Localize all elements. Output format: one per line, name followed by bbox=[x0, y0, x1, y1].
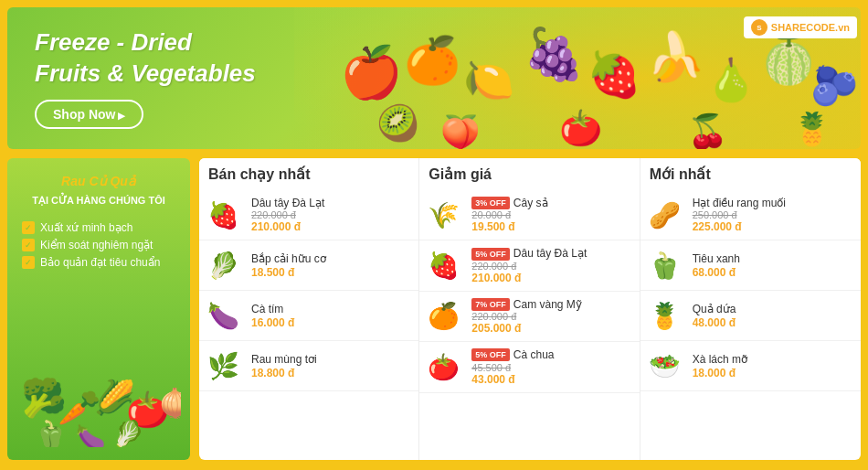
svg-text:🧅: 🧅 bbox=[158, 387, 181, 420]
product-name: Hạt điều rang muối bbox=[693, 197, 857, 209]
product-new-price: 210.000 đ bbox=[471, 272, 635, 284]
discount-badge: 3% OFF bbox=[471, 197, 510, 209]
product-image: 🌿 bbox=[203, 347, 244, 384]
product-image: 🍓 bbox=[203, 197, 244, 233]
product-new-price: 18.500 đ bbox=[251, 266, 415, 279]
product-item[interactable]: 🍆 Cà tím 16.000 đ bbox=[199, 291, 418, 341]
svg-text:🍎: 🍎 bbox=[340, 43, 403, 102]
svg-text:🫑: 🫑 bbox=[35, 419, 67, 447]
product-name: Cà tím bbox=[251, 303, 415, 315]
product-new-price: 48.000 đ bbox=[693, 316, 857, 329]
sidebar-feature-1: ✓ Xuất xứ minh bạch bbox=[22, 221, 175, 234]
check-icon-2: ✓ bbox=[22, 239, 35, 251]
svg-text:🍈: 🍈 bbox=[760, 33, 818, 88]
product-new-price: 68.000 đ bbox=[693, 266, 857, 279]
product-item[interactable]: 🍊 7% OFF Cam vàng Mỹ 220.000 đ 205.000 đ bbox=[419, 292, 639, 342]
product-image: 🍊 bbox=[423, 298, 464, 335]
check-icon-3: ✓ bbox=[22, 256, 35, 269]
product-image: 🫑 bbox=[644, 247, 685, 283]
svg-text:🍍: 🍍 bbox=[792, 110, 832, 148]
product-info: 5% OFF Cà chua 45.500 đ 43.000 đ bbox=[471, 348, 635, 385]
product-name: Tiêu xanh bbox=[693, 252, 857, 265]
svg-text:🍊: 🍊 bbox=[404, 33, 461, 88]
logo-text: SHARECODE.vn bbox=[771, 22, 850, 33]
sidebar-title: Rau Củ Quả TẠI CỬA HÀNG CHÚNG TÔI bbox=[23, 158, 175, 216]
product-image: 🍍 bbox=[644, 297, 685, 334]
col-header-sale: Giảm giá bbox=[419, 158, 639, 190]
product-item[interactable]: 🌿 Rau mùng tơi 18.800 đ bbox=[199, 341, 418, 391]
product-info: Quả dứa 48.000 đ bbox=[693, 303, 857, 328]
product-new-price: 210.000 đ bbox=[251, 220, 415, 233]
product-image: 🥗 bbox=[644, 347, 685, 384]
product-info: 5% OFF Dâu tây Đà Lạt 220.000 đ 210.000 … bbox=[471, 247, 635, 283]
check-icon-1: ✓ bbox=[22, 221, 35, 234]
product-item[interactable]: 🍍 Quả dứa 48.000 đ bbox=[640, 291, 861, 341]
product-item[interactable]: 🍓 5% OFF Dâu tây Đà Lạt 220.000 đ 210.00… bbox=[419, 240, 639, 291]
product-name: Cam vàng Mỹ bbox=[513, 298, 582, 311]
sharecode-logo: S SHARECODE.vn bbox=[744, 16, 857, 38]
product-item[interactable]: 🍓 Dâu tây Đà Lạt 220.000 đ 210.000 đ bbox=[199, 190, 418, 240]
main-content: Rau Củ Quả TẠI CỬA HÀNG CHÚNG TÔI ✓ Xuất… bbox=[0, 149, 868, 467]
product-info: Cà tím 16.000 đ bbox=[251, 303, 415, 328]
products-area: Bán chạy nhất 🍓 Dâu tây Đà Lạt 220.000 đ… bbox=[199, 158, 861, 460]
product-image: 🥬 bbox=[203, 247, 244, 283]
product-info: 3% OFF Cây sả 20.000 đ 19.500 đ bbox=[471, 197, 635, 233]
shop-now-button[interactable]: Shop Now bbox=[35, 100, 143, 129]
banner-title: Freeze - Dried Fruits & Vegetables bbox=[35, 27, 256, 90]
sidebar-feature-2: ✓ Kiểm soát nghiêm ngặt bbox=[22, 239, 175, 251]
col-header-newest: Mới nhất bbox=[640, 158, 861, 190]
product-image: 🍓 bbox=[423, 248, 464, 284]
col-header-best-seller: Bán chạy nhất bbox=[199, 158, 418, 190]
product-image: 🍆 bbox=[203, 297, 244, 334]
product-info: Rau mùng tơi 18.800 đ bbox=[251, 353, 415, 379]
svg-text:🍐: 🍐 bbox=[705, 56, 757, 105]
product-item[interactable]: 🌾 3% OFF Cây sả 20.000 đ 19.500 đ bbox=[419, 190, 639, 240]
product-info: Dâu tây Đà Lạt 220.000 đ 210.000 đ bbox=[251, 197, 415, 233]
svg-text:S: S bbox=[757, 24, 762, 32]
col-newest: Mới nhất 🥜 Hạt điều rang muối 250.000 đ … bbox=[640, 158, 861, 460]
svg-text:🍑: 🍑 bbox=[440, 112, 481, 149]
product-columns-grid: Bán chạy nhất 🍓 Dâu tây Đà Lạt 220.000 đ… bbox=[199, 158, 861, 460]
product-image: 🍅 bbox=[423, 348, 464, 385]
product-name: Cây sả bbox=[513, 197, 548, 209]
product-new-price: 225.000 đ bbox=[693, 220, 857, 233]
product-new-price: 18.800 đ bbox=[251, 367, 415, 379]
svg-text:🍆: 🍆 bbox=[76, 422, 106, 447]
product-name: Cà chua bbox=[513, 348, 555, 361]
svg-text:🥝: 🥝 bbox=[376, 102, 420, 144]
product-name: Rau mùng tơi bbox=[251, 353, 415, 366]
product-info: Hạt điều rang muối 250.000 đ 225.000 đ bbox=[693, 197, 857, 233]
product-info: Tiêu xanh 68.000 đ bbox=[693, 252, 857, 278]
product-new-price: 43.000 đ bbox=[471, 373, 635, 386]
discount-badge: 5% OFF bbox=[471, 348, 510, 361]
discount-badge: 7% OFF bbox=[471, 298, 510, 311]
sidebar: Rau Củ Quả TẠI CỬA HÀNG CHÚNG TÔI ✓ Xuất… bbox=[7, 158, 190, 460]
product-item[interactable]: 🥜 Hạt điều rang muối 250.000 đ 225.000 đ bbox=[640, 190, 861, 240]
product-image: 🥜 bbox=[644, 197, 685, 233]
product-new-price: 205.000 đ bbox=[471, 322, 635, 335]
discount-badge: 5% OFF bbox=[471, 248, 510, 261]
product-name: Quả dứa bbox=[693, 303, 857, 315]
svg-text:🍒: 🍒 bbox=[687, 112, 728, 149]
product-old-price: 220.000 đ bbox=[471, 311, 635, 322]
banner-text-area: Freeze - Dried Fruits & Vegetables Shop … bbox=[7, 9, 283, 148]
svg-text:🍓: 🍓 bbox=[587, 48, 641, 101]
product-name: Xà lách mỡ bbox=[693, 353, 857, 366]
product-name: Bắp cải hữu cơ bbox=[251, 252, 415, 265]
product-new-price: 16.000 đ bbox=[251, 316, 415, 329]
product-old-price: 220.000 đ bbox=[471, 261, 635, 272]
product-item[interactable]: 🥬 Bắp cải hữu cơ 18.500 đ bbox=[199, 240, 418, 291]
logo-icon: S bbox=[751, 19, 767, 36]
product-info: 7% OFF Cam vàng Mỹ 220.000 đ 205.000 đ bbox=[471, 298, 635, 335]
col-best-seller: Bán chạy nhất 🍓 Dâu tây Đà Lạt 220.000 đ… bbox=[199, 158, 419, 460]
hero-banner: Freeze - Dried Fruits & Vegetables Shop … bbox=[7, 7, 861, 149]
product-old-price: 20.000 đ bbox=[471, 209, 635, 220]
product-item[interactable]: 🥗 Xà lách mỡ 18.000 đ bbox=[640, 341, 861, 391]
product-info: Bắp cải hữu cơ 18.500 đ bbox=[251, 252, 415, 278]
svg-text:🍌: 🍌 bbox=[646, 28, 705, 85]
product-old-price: 250.000 đ bbox=[693, 209, 857, 220]
product-old-price: 45.500 đ bbox=[471, 362, 635, 373]
product-info: Xà lách mỡ 18.000 đ bbox=[693, 353, 857, 379]
product-item[interactable]: 🍅 5% OFF Cà chua 45.500 đ 43.000 đ bbox=[419, 342, 639, 392]
product-item[interactable]: 🫑 Tiêu xanh 68.000 đ bbox=[640, 240, 861, 291]
